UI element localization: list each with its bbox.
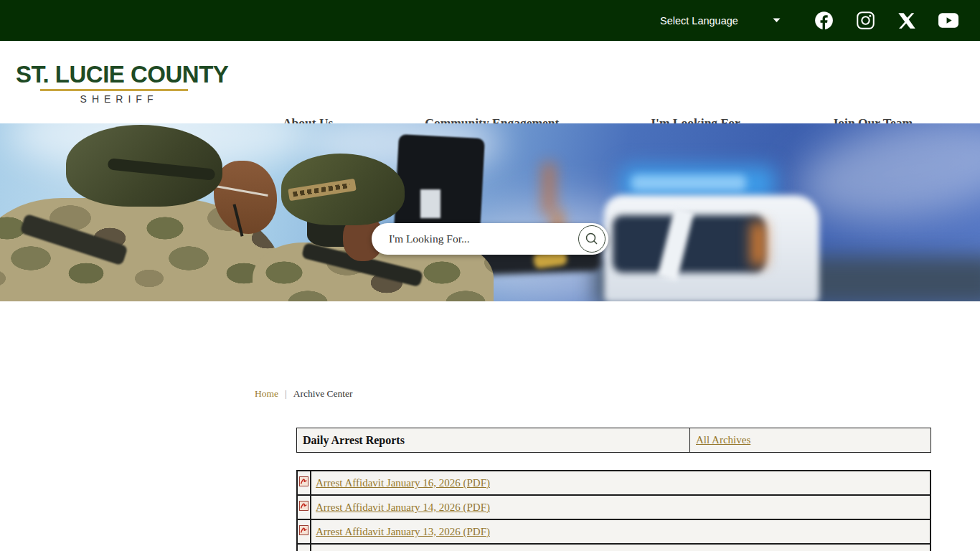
page: Select Language ST. LUCIE COUNTY SHERIFF (0, 0, 980, 551)
table-row: Arrest Affidavit January 14, 2026 (PDF) (297, 495, 930, 519)
monitor-label (420, 189, 440, 218)
logo-title: ST. LUCIE COUNTY (16, 61, 215, 88)
chevron-down-icon (773, 18, 781, 23)
pdf-icon (299, 476, 308, 486)
facebook-icon[interactable] (814, 11, 834, 31)
x-twitter-icon[interactable] (897, 11, 917, 31)
logo-subtitle: SHERIFF (16, 93, 215, 105)
pdf-icon (299, 525, 308, 535)
search-input[interactable] (372, 232, 578, 245)
table-row: Arrest Affidavit January 16, 2026 (PDF) (297, 471, 930, 495)
hero-image (0, 123, 980, 301)
site-header: ST. LUCIE COUNTY SHERIFF About Us Commun… (0, 41, 980, 123)
orange-light (542, 163, 555, 215)
pdf-icon (299, 501, 308, 511)
archive-table-header: Daily Arrest Reports All Archives (296, 428, 931, 453)
social-links (814, 11, 958, 31)
pdf-icon-cell[interactable] (297, 495, 311, 519)
pdf-icon-cell[interactable] (297, 471, 311, 495)
language-selector[interactable]: Select Language (660, 15, 781, 27)
instagram-icon[interactable] (855, 11, 875, 31)
arrest-affidavit-link[interactable]: Arrest Affidavit January 14, 2026 (PDF) (316, 501, 490, 513)
orange-light (750, 222, 766, 265)
arrest-affidavit-link[interactable]: Arrest Affidavit January 16, 2026 (PDF) (316, 477, 490, 489)
table-row-partial (297, 544, 930, 551)
police-lightbar (631, 175, 746, 191)
pdf-icon-cell (297, 544, 311, 551)
archive-category-title: Daily Arrest Reports (297, 428, 690, 452)
youtube-icon[interactable] (938, 11, 958, 31)
all-archives-link[interactable]: All Archives (696, 434, 750, 446)
breadcrumb: Home | Archive Center (255, 388, 353, 400)
table-row: Arrest Affidavit January 13, 2026 (PDF) (297, 519, 930, 544)
search-button[interactable] (578, 225, 606, 253)
top-utility-bar: Select Language (0, 0, 980, 41)
breadcrumb-home-link[interactable]: Home (255, 388, 278, 400)
hero-search-bar (372, 223, 608, 255)
site-logo[interactable]: ST. LUCIE COUNTY SHERIFF (16, 61, 215, 105)
language-selector-label: Select Language (660, 15, 738, 27)
logo-gold-rule (40, 89, 188, 91)
breadcrumb-current: Archive Center (293, 388, 353, 400)
arrest-affidavit-link[interactable]: Arrest Affidavit January 13, 2026 (PDF) (316, 526, 490, 537)
search-icon (584, 231, 600, 247)
breadcrumb-separator: | (285, 388, 287, 400)
archive-list: Arrest Affidavit January 16, 2026 (PDF) … (296, 470, 931, 551)
pdf-icon-cell[interactable] (297, 519, 311, 544)
